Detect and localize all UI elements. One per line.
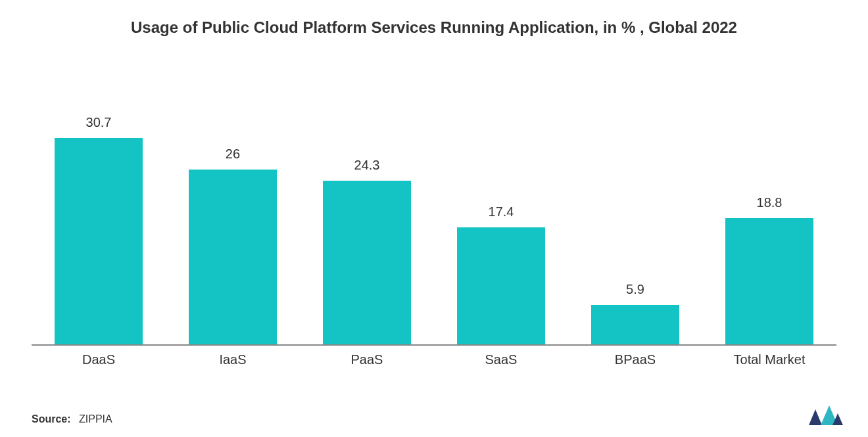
bar: [725, 218, 813, 344]
source-value: ZIPPIA: [79, 413, 112, 425]
bar: [55, 138, 143, 344]
bar-group: 17.4: [434, 204, 567, 344]
x-tick-label: BPaaS: [568, 346, 702, 367]
bars-row: 30.72624.317.45.918.8: [32, 83, 836, 344]
chart-container: Usage of Public Cloud Platform Services …: [0, 0, 868, 437]
bar-group: 26: [166, 147, 299, 344]
x-tick-label: PaaS: [300, 346, 433, 367]
bar-value-label: 17.4: [489, 204, 514, 219]
brand-logo: [808, 404, 844, 428]
source-footer: Source: ZIPPIA: [32, 413, 112, 425]
bar: [189, 170, 277, 344]
bar-value-label: 18.8: [757, 195, 783, 210]
bar-group: 30.7: [32, 115, 165, 344]
bar-group: 18.8: [702, 195, 836, 344]
bar: [591, 305, 679, 344]
source-label: Source:: [32, 413, 71, 425]
bar-group: 24.3: [300, 158, 433, 344]
bar-group: 5.9: [568, 282, 702, 344]
bar-value-label: 24.3: [354, 158, 380, 173]
plot-area: 30.72624.317.45.918.8 DaaSIaaSPaaSSaaSBP…: [32, 83, 836, 372]
x-tick-label: IaaS: [166, 346, 299, 367]
x-tick-label: DaaS: [32, 346, 165, 367]
bar-value-label: 5.9: [626, 282, 644, 297]
logo-icon: [808, 404, 844, 428]
bar: [457, 227, 545, 344]
bar-value-label: 26: [226, 147, 240, 162]
x-tick-label: SaaS: [434, 346, 567, 367]
bar-value-label: 30.7: [86, 115, 112, 130]
bar: [323, 181, 411, 344]
x-tick-label: Total Market: [702, 346, 836, 367]
x-axis-labels: DaaSIaaSPaaSSaaSBPaaSTotal Market: [32, 346, 836, 372]
chart-title: Usage of Public Cloud Platform Services …: [32, 18, 836, 37]
